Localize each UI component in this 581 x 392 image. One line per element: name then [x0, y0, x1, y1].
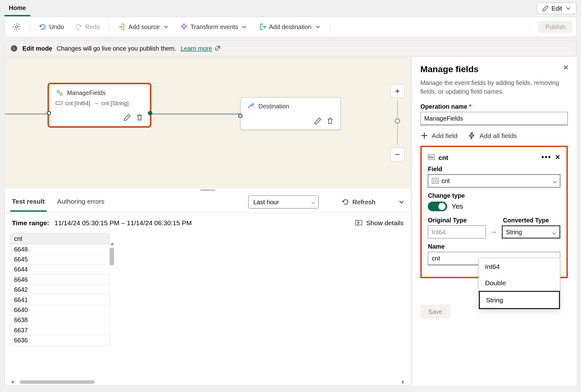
- node-manage-fields[interactable]: ManageFields cnt [Int64] → cnt [String]: [49, 84, 150, 126]
- node-destination[interactable]: Destination: [240, 97, 340, 130]
- publish-button[interactable]: Publish: [538, 21, 573, 33]
- table-cell: 6640: [10, 305, 109, 315]
- show-details-button[interactable]: Show details: [355, 219, 404, 226]
- info-bar: i Edit mode Changes will go live once yo…: [4, 41, 577, 57]
- table-row[interactable]: 6646: [10, 275, 109, 285]
- undo-button[interactable]: Undo: [34, 20, 68, 33]
- logout-icon: [258, 23, 266, 31]
- scroll-right-icon: [402, 380, 405, 384]
- field-icon: [56, 99, 63, 107]
- table-cell: 6645: [10, 254, 109, 264]
- tab-test-result[interactable]: Test result: [10, 192, 47, 211]
- table-cell: 6646: [10, 275, 109, 285]
- trash-icon[interactable]: [136, 114, 143, 122]
- svg-rect-5: [56, 102, 62, 104]
- chevron-down-icon: [241, 23, 248, 31]
- type-option-double[interactable]: Double: [479, 275, 560, 291]
- tab-authoring-errors[interactable]: Authoring errors: [55, 192, 106, 211]
- split-handle[interactable]: [5, 188, 411, 191]
- pencil-icon[interactable]: [314, 117, 322, 125]
- time-filter-select[interactable]: Last hour: [248, 195, 319, 208]
- type-option-string[interactable]: String: [479, 291, 560, 309]
- zoom-in-button[interactable]: +: [390, 84, 405, 98]
- table-row[interactable]: 6648: [10, 244, 109, 254]
- mapping-from: cnt [Int64]: [65, 100, 90, 106]
- table-row[interactable]: 6644: [10, 264, 109, 274]
- redo-button[interactable]: Redo: [70, 20, 104, 33]
- field-select[interactable]: 123 cnt ⌵: [428, 174, 560, 187]
- pencil-icon[interactable]: [123, 114, 131, 122]
- column-header-cnt[interactable]: cnt: [10, 233, 109, 244]
- edit-button[interactable]: Edit: [537, 2, 577, 14]
- original-type-display: Int64: [428, 226, 486, 239]
- transform-events-label: Transform events: [191, 23, 238, 31]
- tab-home[interactable]: Home: [4, 1, 30, 16]
- close-icon[interactable]: ✕: [563, 63, 569, 72]
- trash-icon[interactable]: [326, 117, 334, 125]
- add-field-button[interactable]: Add field: [420, 132, 458, 140]
- bolt-icon: [468, 132, 476, 140]
- table-row[interactable]: 6645: [10, 254, 109, 264]
- scroll-left-icon: [10, 380, 13, 384]
- type-option-int64[interactable]: Int64: [479, 258, 560, 275]
- converted-type-select[interactable]: String ⌵: [502, 226, 560, 239]
- info-icon: i: [10, 44, 18, 52]
- scroll-up-icon[interactable]: [111, 242, 114, 246]
- table-cell: 6637: [10, 325, 109, 335]
- svg-point-6: [252, 103, 254, 105]
- canvas[interactable]: ManageFields cnt [Int64] → cnt [String]: [5, 58, 411, 188]
- svg-text:i: i: [13, 46, 14, 51]
- undo-icon: [39, 23, 47, 31]
- table-row[interactable]: 6642: [10, 285, 109, 295]
- transform-events-button[interactable]: Transform events: [176, 20, 252, 33]
- horizontal-scrollbar[interactable]: [5, 379, 411, 385]
- chevron-down-icon: [162, 23, 170, 31]
- table-cell: 6644: [10, 264, 109, 274]
- manage-fields-panel: ✕ Manage fields Manage the event fields …: [411, 57, 577, 385]
- undo-label: Undo: [49, 23, 64, 31]
- panel-title: Manage fields: [420, 64, 568, 74]
- add-destination-label: Add destination: [269, 23, 311, 31]
- num-icon: 123: [432, 177, 439, 185]
- zoom-out-button[interactable]: −: [390, 147, 405, 161]
- gears-icon: [56, 89, 63, 97]
- table-row[interactable]: 6636: [10, 335, 109, 345]
- login-icon: [118, 23, 126, 31]
- change-type-toggle[interactable]: [428, 202, 447, 211]
- external-link-icon: [214, 45, 221, 52]
- add-destination-button[interactable]: Add destination: [254, 20, 325, 33]
- field-select-label: Field: [428, 166, 560, 173]
- settings-button[interactable]: [8, 20, 25, 33]
- learn-more-link[interactable]: Learn more: [181, 45, 221, 52]
- refresh-button[interactable]: Refresh: [342, 198, 375, 206]
- zoom-slider[interactable]: [397, 101, 398, 145]
- converted-type-value: String: [506, 229, 522, 236]
- toolbar: Undo Redo Add source Transform events Ad…: [4, 17, 577, 37]
- operation-name-label: Operation name *: [420, 103, 568, 110]
- remove-field-icon[interactable]: ✕: [555, 154, 560, 161]
- add-all-fields-button[interactable]: Add all fields: [468, 132, 517, 140]
- svg-point-4: [60, 93, 62, 95]
- change-type-label: Change type: [428, 192, 560, 199]
- save-button[interactable]: Save: [420, 305, 450, 319]
- refresh-label: Refresh: [352, 198, 375, 206]
- panel-description: Manage the event fields by adding fields…: [420, 79, 568, 96]
- vertical-scrollbar[interactable]: [110, 248, 114, 265]
- table-row[interactable]: 6640: [10, 305, 109, 315]
- more-icon[interactable]: •••: [541, 153, 551, 161]
- operation-name-input[interactable]: [420, 112, 568, 126]
- time-range-value: 11/14/24 05:30:15 PM – 11/14/24 06:30:15…: [54, 219, 192, 226]
- field-card: Abc cnt ••• ✕ Field 123 cnt ⌵ Change typ…: [420, 146, 568, 278]
- add-all-label: Add all fields: [479, 132, 517, 139]
- converted-type-label: Converted Type: [503, 217, 560, 224]
- add-source-label: Add source: [128, 23, 160, 31]
- node-manage-title: ManageFields: [67, 89, 106, 97]
- time-range-label: Time range:: [12, 219, 49, 226]
- chevron-down-icon[interactable]: [397, 198, 405, 206]
- table-row[interactable]: 6637: [10, 325, 109, 335]
- learn-more-label: Learn more: [181, 45, 212, 52]
- table-row[interactable]: 6641: [10, 295, 109, 305]
- add-source-button[interactable]: Add source: [113, 20, 174, 33]
- info-title: Edit mode: [22, 45, 52, 52]
- table-row[interactable]: 6638: [10, 315, 109, 325]
